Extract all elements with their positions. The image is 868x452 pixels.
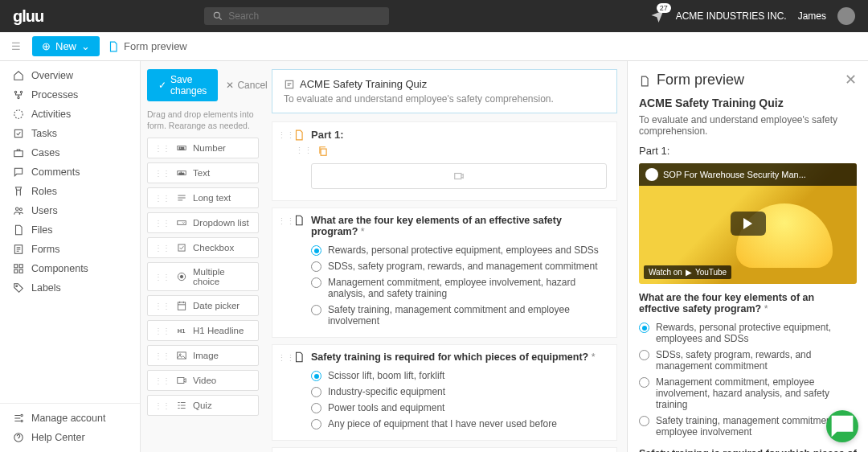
drag-handle-icon: ⋮⋮ xyxy=(154,144,170,153)
palette-date-picker[interactable]: ⋮⋮Date picker xyxy=(147,295,259,316)
save-button[interactable]: ✓ Save changes xyxy=(147,69,218,101)
svg-point-2 xyxy=(20,91,22,92)
video-icon xyxy=(176,375,187,386)
preview-option[interactable]: Rewards, personal protective equipment, … xyxy=(639,319,857,347)
sidebar-item-forms[interactable]: Forms xyxy=(0,240,140,259)
sidebar-item-processes[interactable]: Processes xyxy=(0,85,140,105)
play-icon[interactable] xyxy=(731,212,766,236)
notif-badge: 27 xyxy=(657,3,671,13)
svg-rect-6 xyxy=(14,151,23,157)
drag-handle-icon[interactable]: ⋮⋮ xyxy=(277,130,295,141)
option[interactable]: Any piece of equipment that I have never… xyxy=(311,416,607,432)
radio-icon xyxy=(311,277,321,288)
h1-icon: H1 xyxy=(176,325,187,336)
cancel-button[interactable]: ✕ Cancel xyxy=(226,80,267,91)
preview-option[interactable]: Management commitment, employee involvem… xyxy=(639,374,857,413)
option[interactable]: Power tools and equipment xyxy=(311,400,607,416)
comments-icon xyxy=(13,166,24,178)
video-placeholder[interactable] xyxy=(311,163,607,189)
sidebar: OverviewProcessesActivitiesTasksCasesCom… xyxy=(0,61,141,452)
search-input[interactable] xyxy=(228,10,381,22)
option[interactable]: Safety training, management commitment a… xyxy=(311,302,607,329)
sidebar-item-files[interactable]: Files xyxy=(0,220,140,240)
sidebar-item-comments[interactable]: Comments xyxy=(0,162,140,182)
form-header[interactable]: ACME Safety Training Quiz To evaluate an… xyxy=(272,69,617,113)
option[interactable]: Management commitment, employee involvem… xyxy=(311,274,607,302)
palette-dropdown-list[interactable]: ⋮⋮Dropdown list xyxy=(147,212,259,233)
radio-icon xyxy=(311,261,321,272)
chat-fab[interactable] xyxy=(826,410,858,442)
chevron-down-icon: ⌄ xyxy=(81,40,90,52)
menu-icon[interactable]: ☰ xyxy=(8,37,24,55)
question-block[interactable]: ⋮⋮What are the four key elements of an e… xyxy=(272,208,617,338)
drag-handle-icon[interactable]: ⋮⋮ xyxy=(295,146,313,157)
home-icon xyxy=(13,70,24,81)
preview-option[interactable]: SDSs, safety program, rewards, and manag… xyxy=(639,347,857,374)
sidebar-item-roles[interactable]: Roles xyxy=(0,182,140,201)
sidebar-item-cases[interactable]: Cases xyxy=(0,143,140,162)
element-palette: ✓ Save changes ✕ Cancel Drag and drop el… xyxy=(141,61,265,452)
svg-rect-33 xyxy=(455,174,461,179)
notifications-icon[interactable]: 27 xyxy=(650,8,665,25)
video-thumbnail[interactable]: SOP For Warehouse Security Man... Watch … xyxy=(639,163,857,284)
user-name[interactable]: James xyxy=(798,10,826,22)
company-name[interactable]: ACME INDUSTRIES INC. xyxy=(676,10,787,22)
svg-rect-5 xyxy=(14,129,22,137)
option[interactable]: SDSs, safety program, rewards, and manag… xyxy=(311,258,607,274)
drag-handle-icon: ⋮⋮ xyxy=(154,401,170,410)
svg-point-0 xyxy=(215,12,220,18)
palette-checkbox[interactable]: ⋮⋮Checkbox xyxy=(147,237,259,258)
topbar: gluu 27 ACME INDUSTRIES INC. James xyxy=(0,0,868,32)
question-block[interactable]: ⋮⋮Safety training is required for which … xyxy=(272,344,617,441)
checkbox-icon xyxy=(176,242,187,253)
palette-video[interactable]: ⋮⋮Video xyxy=(147,370,259,391)
svg-rect-10 xyxy=(14,265,18,268)
close-icon: ✕ xyxy=(226,80,234,91)
breadcrumb[interactable]: Form preview xyxy=(108,40,187,52)
palette-text[interactable]: ⋮⋮abcText xyxy=(147,162,259,183)
question-block[interactable]: ⋮⋮How often should protective equipment … xyxy=(272,447,617,452)
radio-icon xyxy=(311,371,321,381)
svg-rect-30 xyxy=(178,378,184,384)
option[interactable]: Scissor lift, boom lift, forklift xyxy=(311,368,607,384)
part-block[interactable]: ⋮⋮ Part 1: ⋮⋮ xyxy=(272,121,617,201)
sidebar-item-users[interactable]: Users xyxy=(0,201,140,220)
drag-handle-icon: ⋮⋮ xyxy=(154,273,170,281)
radio-icon xyxy=(311,387,321,397)
image-icon xyxy=(176,350,187,361)
preview-option[interactable]: Safety training, management commitment a… xyxy=(639,413,857,440)
sidebar-item-labels[interactable]: Labels xyxy=(0,278,140,298)
palette-long-text[interactable]: ⋮⋮Long text xyxy=(147,187,259,208)
radio-icon xyxy=(639,416,649,426)
palette-quiz[interactable]: ⋮⋮Quiz xyxy=(147,395,259,416)
close-icon[interactable]: ✕ xyxy=(845,71,857,88)
new-button[interactable]: ⊕ New ⌄ xyxy=(32,36,100,56)
sidebar-item-help-center[interactable]: Help Center xyxy=(0,428,140,447)
svg-rect-12 xyxy=(14,269,18,273)
option[interactable]: Industry-specific equipment xyxy=(311,384,607,400)
option[interactable]: Rewards, personal protective equipment, … xyxy=(311,242,607,258)
palette-h1-headline[interactable]: ⋮⋮H1H1 Headline xyxy=(147,320,259,341)
sidebar-item-manage-account[interactable]: Manage account xyxy=(0,409,140,428)
drag-handle-icon: ⋮⋮ xyxy=(154,327,170,335)
svg-rect-23 xyxy=(178,244,185,251)
form-canvas: ACME Safety Training Quiz To evaluate an… xyxy=(265,61,627,452)
sidebar-item-tasks[interactable]: Tasks xyxy=(0,124,140,143)
drag-handle-icon: ⋮⋮ xyxy=(154,376,170,385)
sidebar-item-components[interactable]: Components xyxy=(0,259,140,278)
palette-number[interactable]: ⋮⋮123Number xyxy=(147,138,259,158)
drag-handle-icon[interactable]: ⋮⋮ xyxy=(277,216,295,227)
search-input-wrap[interactable] xyxy=(204,7,389,25)
drag-handle-icon[interactable]: ⋮⋮ xyxy=(277,353,295,364)
sidebar-item-overview[interactable]: Overview xyxy=(0,66,140,85)
palette-image[interactable]: ⋮⋮Image xyxy=(147,345,259,366)
document-icon xyxy=(293,129,305,141)
youtube-avatar xyxy=(645,168,658,181)
form-builder: ✓ Save changes ✕ Cancel Drag and drop el… xyxy=(141,61,627,452)
palette-multiple-choice[interactable]: ⋮⋮Multiple choice xyxy=(147,262,259,291)
sidebar-item-activities[interactable]: Activities xyxy=(0,105,140,124)
manage-icon xyxy=(13,413,24,424)
avatar[interactable] xyxy=(837,7,855,25)
copy-icon[interactable] xyxy=(317,146,329,157)
search-icon xyxy=(212,10,223,22)
